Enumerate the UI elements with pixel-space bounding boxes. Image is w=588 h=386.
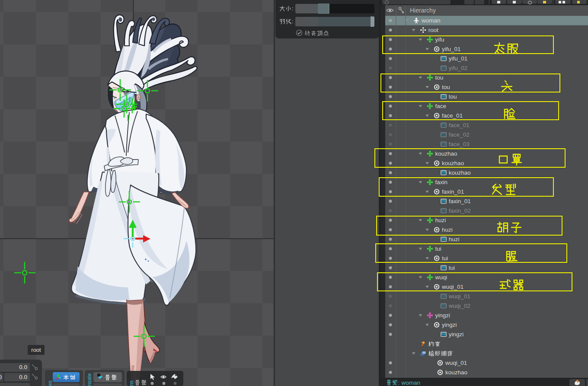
svg-text::: :: [292, 18, 294, 25]
svg-text:faxin_01: faxin_01: [449, 198, 471, 204]
svg-text:kouzhao: kouzhao: [445, 369, 467, 376]
svg-text:yifu_01: yifu_01: [449, 55, 468, 62]
svg-text:yingzi: yingzi: [442, 322, 457, 328]
svg-text:tui: tui: [449, 265, 455, 271]
svg-text:yifu_02: yifu_02: [449, 65, 468, 71]
svg-text:kouzhao: kouzhao: [449, 169, 471, 176]
svg-text:wuqi_02: wuqi_02: [448, 303, 470, 309]
svg-text:huzi: huzi: [449, 236, 460, 242]
svg-text::: :: [292, 5, 294, 12]
svg-text:wuqi_01: wuqi_01: [448, 293, 470, 300]
svg-text:faxin_02: faxin_02: [449, 207, 471, 214]
svg-text:root: root: [428, 27, 439, 33]
svg-text:wuqi_01: wuqi_01: [445, 360, 467, 366]
svg-text:face_02: face_02: [449, 131, 470, 138]
svg-text:yingzi: yingzi: [435, 312, 450, 319]
svg-text:face_01: face_01: [449, 122, 470, 128]
svg-text:tou: tou: [449, 93, 457, 100]
svg-text:woman: woman: [421, 17, 441, 24]
svg-text:yingzi: yingzi: [449, 331, 464, 338]
svg-text:: woman: : woman: [398, 380, 420, 386]
svg-text:face_03: face_03: [449, 141, 470, 147]
